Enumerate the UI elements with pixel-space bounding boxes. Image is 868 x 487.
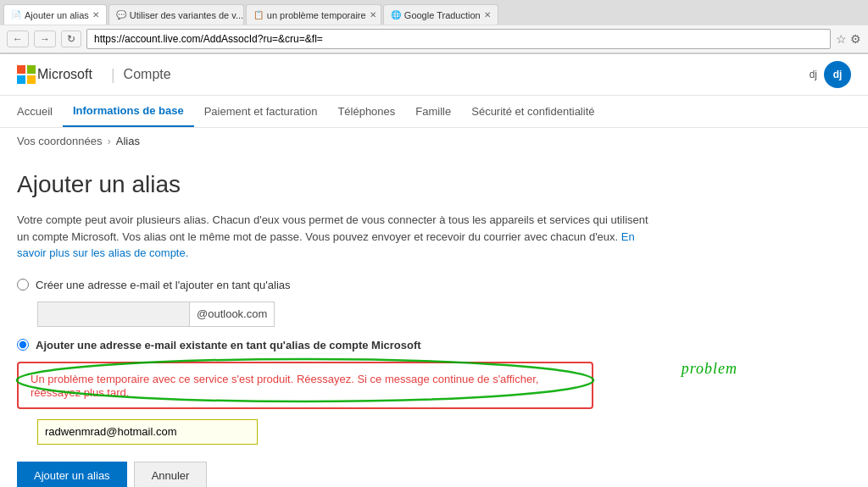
back-button[interactable]: ←: [7, 30, 29, 47]
cancel-button[interactable]: Annuler: [134, 462, 208, 488]
breadcrumb-separator: ›: [107, 135, 110, 147]
logo-squares: [17, 65, 36, 84]
logo-sq-red: [17, 65, 25, 74]
tab-bar: 📄 Ajouter un alias ✕ 💬 Utiliser des vari…: [0, 0, 868, 25]
tab-4[interactable]: 🌐 Google Traduction ✕: [383, 4, 498, 25]
submit-button[interactable]: Ajouter un alias: [17, 462, 127, 488]
ms-header-right: dj dj: [810, 61, 851, 88]
address-icons: ☆ ⚙: [836, 32, 861, 46]
browser-window: 📄 Ajouter un alias ✕ 💬 Utiliser des vari…: [0, 0, 868, 487]
nav-securite[interactable]: Sécurité et confidentialité: [461, 97, 604, 126]
option1-input-row: @outlook.com: [37, 302, 851, 327]
option1-row: Créer une adresse e-mail et l'ajouter en…: [17, 279, 851, 291]
option2-label[interactable]: Ajouter une adresse e-mail existante en …: [36, 339, 421, 351]
email-input[interactable]: [37, 419, 258, 445]
problem-annotation: problem: [682, 359, 737, 377]
tab-3-label: un problème temporaire: [267, 10, 366, 20]
tab-1-label: Ajouter un alias: [25, 10, 89, 20]
avatar-initials: dj: [833, 69, 843, 80]
option1-label[interactable]: Créer une adresse e-mail et l'ajouter en…: [36, 279, 291, 291]
tab-4-close[interactable]: ✕: [484, 10, 491, 19]
ms-brand-label: Microsoft: [37, 67, 92, 82]
breadcrumb: Vos coordonnées › Alias: [0, 128, 868, 154]
address-bar: ← → ↻ ☆ ⚙: [0, 25, 868, 53]
error-circle-wrapper: Un problème temporaire avec ce service s…: [17, 362, 593, 419]
tab-2[interactable]: 💬 Utiliser des variantes de v... ✕: [108, 4, 244, 25]
option2-row: Ajouter une adresse e-mail existante en …: [17, 339, 851, 351]
nav-telephones[interactable]: Téléphones: [327, 97, 405, 126]
tab-4-icon: 🌐: [391, 10, 401, 19]
option1-radio[interactable]: [17, 279, 29, 291]
tab-2-icon: 💬: [116, 10, 126, 19]
tab-3-close[interactable]: ✕: [370, 10, 376, 19]
tab-1-icon: 📄: [11, 10, 21, 19]
tab-3[interactable]: 📋 un problème temporaire ✕: [246, 4, 381, 25]
ms-compte-label: Compte: [124, 67, 171, 82]
page-title: Ajouter un alias: [17, 171, 851, 198]
page-description: Votre compte peut avoir plusieurs alias.…: [17, 212, 653, 262]
settings-icon[interactable]: ⚙: [850, 32, 861, 46]
outlook-username-input[interactable]: [37, 302, 190, 327]
logo-sq-blue: [17, 75, 25, 84]
email-input-row: [37, 419, 851, 445]
address-input[interactable]: [86, 29, 831, 49]
nav-paiement[interactable]: Paiement et facturation: [194, 97, 328, 126]
main-content: Ajouter un alias Votre compte peut avoir…: [0, 154, 868, 487]
user-label: dj: [810, 69, 817, 80]
browser-chrome: 📄 Ajouter un alias ✕ 💬 Utiliser des vari…: [0, 0, 868, 54]
logo-sq-green: [27, 65, 36, 74]
avatar[interactable]: dj: [824, 61, 851, 88]
tab-2-label: Utiliser des variantes de v...: [130, 10, 243, 20]
button-row: Ajouter un alias Annuler: [17, 462, 851, 488]
option2-radio[interactable]: [17, 339, 29, 351]
forward-button[interactable]: →: [34, 30, 56, 47]
nav-informations[interactable]: Informations de base: [63, 96, 194, 127]
error-text: Un problème temporaire avec ce service s…: [31, 373, 538, 399]
outlook-suffix: @outlook.com: [190, 302, 275, 327]
main-nav: Accueil Informations de base Paiement et…: [0, 96, 868, 128]
nav-accueil[interactable]: Accueil: [17, 97, 63, 126]
error-box: Un problème temporaire avec ce service s…: [17, 362, 593, 409]
tab-3-icon: 📋: [253, 10, 264, 19]
tab-1-close[interactable]: ✕: [92, 10, 99, 19]
star-icon[interactable]: ☆: [836, 32, 847, 46]
tab-1[interactable]: 📄 Ajouter un alias ✕: [3, 4, 107, 25]
breadcrumb-alias: Alias: [116, 135, 140, 147]
refresh-button[interactable]: ↻: [61, 30, 81, 47]
breadcrumb-vos-coordonnees[interactable]: Vos coordonnées: [17, 135, 102, 147]
ms-logo: Microsoft: [17, 65, 92, 84]
nav-famille[interactable]: Famille: [405, 97, 461, 126]
page-content: Microsoft | Compte dj dj Accueil Informa…: [0, 54, 868, 487]
ms-header: Microsoft | Compte dj dj: [0, 54, 868, 96]
ms-divider: |: [111, 66, 115, 84]
logo-sq-yellow: [27, 75, 36, 84]
description-text: Votre compte peut avoir plusieurs alias.…: [17, 213, 648, 243]
tab-4-label: Google Traduction: [404, 10, 481, 20]
